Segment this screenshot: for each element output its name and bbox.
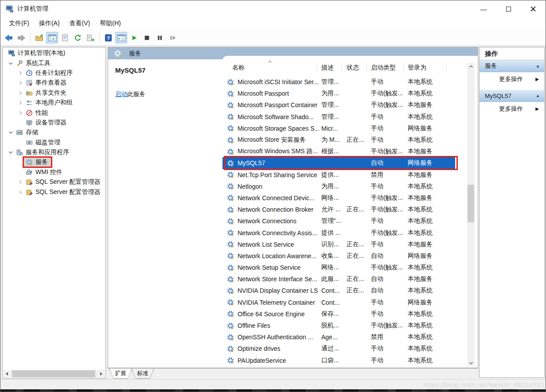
chevron-down-icon[interactable] bbox=[7, 149, 14, 156]
column-header-startup[interactable]: 启动类型 bbox=[371, 64, 396, 72]
service-row-Netlogon[interactable]: Netlogon为用...手动本地系统 bbox=[222, 181, 455, 192]
service-row-OpenSSH-Authentication-[interactable]: OpenSSH Authentication ...Age...禁用本地系统 bbox=[222, 331, 455, 343]
tree-item-共享文件夹[interactable]: 共享文件夹 bbox=[3, 88, 105, 98]
chevron-right-icon[interactable] bbox=[17, 70, 24, 77]
tree-item-事件查看器[interactable]: 事件查看器 bbox=[3, 78, 105, 88]
tree-horizontal-scrollbar[interactable] bbox=[3, 370, 105, 378]
scroll-up-icon[interactable] bbox=[467, 63, 475, 70]
service-description: 管理... bbox=[321, 101, 346, 109]
tree-item-WMI-控件[interactable]: WMI 控件 bbox=[3, 167, 105, 177]
service-row-Network-Store-Interface-Se-[interactable]: Network Store Interface Se...此服...正在...自… bbox=[222, 273, 455, 285]
service-row-PAUpdateService[interactable]: PAUpdateService口袋...手动本地系统 bbox=[222, 355, 455, 366]
tree-scrollbar-thumb[interactable] bbox=[12, 370, 95, 377]
tree-item-存储[interactable]: 存储 bbox=[3, 128, 105, 137]
more-actions-mysql57[interactable]: 更多操作 ▶ bbox=[480, 102, 544, 116]
service-row-Network-Setup-Service[interactable]: Network Setup Service网络...手动(触发...本地系统 bbox=[222, 262, 455, 273]
back-button[interactable] bbox=[3, 32, 15, 43]
start-service-button[interactable] bbox=[128, 32, 140, 43]
menu-action[interactable]: 操作(A) bbox=[34, 18, 65, 29]
close-button[interactable]: ✕ bbox=[521, 0, 546, 17]
chevron-right-icon[interactable] bbox=[17, 179, 24, 186]
tree-item-服务[interactable]: 服务 bbox=[3, 157, 105, 167]
service-row-Microsoft-Storage-Spaces-S-[interactable]: Microsoft Storage Spaces S...Micr...手动网络… bbox=[222, 123, 455, 134]
service-row-Microsoft-Store-安装服务[interactable]: Microsoft Store 安装服务为 M...正在...手动本地系统 bbox=[222, 134, 455, 146]
stop-service-button[interactable] bbox=[141, 32, 153, 43]
tab-extended[interactable]: 扩展 bbox=[109, 369, 132, 379]
service-row-Microsoft-Passport-Container[interactable]: Microsoft Passport Container管理...手动(触发..… bbox=[222, 99, 455, 111]
toggle-console-tree-button[interactable] bbox=[46, 32, 58, 43]
service-row-Network-Connection-Broker[interactable]: Network Connection Broker允许 ...正在...手动(触… bbox=[222, 204, 455, 215]
forward-button[interactable] bbox=[16, 32, 27, 43]
actions-section-mysql57[interactable]: MySQL57 ▲ bbox=[480, 90, 544, 102]
service-description: 脱机... bbox=[321, 322, 346, 330]
tree-item-设备管理器[interactable]: 设备管理器 bbox=[3, 118, 105, 128]
menu-help[interactable]: 帮助(H) bbox=[95, 18, 125, 29]
scroll-right-icon[interactable] bbox=[98, 370, 105, 378]
service-row-Optimize-drives[interactable]: Optimize drives通过...手动本地系统 bbox=[222, 343, 455, 354]
service-row-Offline-Files[interactable]: Offline Files脱机...手动(触发...本地系统 bbox=[222, 320, 455, 331]
tab-standard[interactable]: 标准 bbox=[131, 369, 154, 379]
up-level-button[interactable] bbox=[33, 32, 45, 43]
help-button[interactable]: ? bbox=[102, 32, 114, 43]
service-startup-type: 禁用 bbox=[371, 333, 407, 341]
scroll-left-icon[interactable] bbox=[3, 370, 11, 378]
service-name: Network Setup Service bbox=[238, 264, 319, 271]
chevron-down-icon[interactable] bbox=[7, 60, 14, 67]
export-list-button[interactable] bbox=[85, 32, 97, 43]
chevron-right-icon[interactable] bbox=[17, 99, 24, 106]
chevron-right-icon[interactable] bbox=[17, 79, 24, 86]
column-header-status[interactable]: 状态 bbox=[347, 64, 359, 72]
service-row-NVIDIA-Telemetry-Container[interactable]: NVIDIA Telemetry ContainerCont...手动网络服务 bbox=[222, 297, 455, 308]
tree-item-本地用户和组[interactable]: 本地用户和组 bbox=[3, 98, 105, 108]
services-vertical-scrollbar[interactable] bbox=[467, 63, 475, 366]
service-row-Office-64-Source-Engine[interactable]: Office 64 Source Engine保存...手动本地系统 bbox=[222, 308, 455, 320]
service-gear-icon bbox=[227, 241, 234, 248]
tree-item-计算机管理-本地-[interactable]: 计算机管理(本地) bbox=[3, 48, 105, 58]
service-row-Network-Connections[interactable]: Network Connections管理“...手动本地系统 bbox=[222, 215, 455, 227]
tree-item-性能[interactable]: 性能 bbox=[3, 108, 105, 117]
chevron-right-icon[interactable] bbox=[17, 189, 24, 196]
refresh-button[interactable] bbox=[72, 32, 84, 43]
collapse-icon[interactable]: ▲ bbox=[536, 64, 540, 68]
start-service-link[interactable]: 启动 bbox=[115, 91, 127, 97]
tree-item-SQL-Server-配置管理器[interactable]: SQL Server 配置管理器 bbox=[3, 187, 105, 197]
services-scrollbar-thumb[interactable] bbox=[468, 185, 474, 222]
minimize-button[interactable]: — bbox=[471, 0, 496, 17]
service-logon-as: 本地系统 bbox=[408, 136, 454, 144]
service-row-Network-List-Service[interactable]: Network List Service识别...正在...手动本地服务 bbox=[222, 239, 455, 250]
service-row-Network-Connected-Devic-[interactable]: Network Connected Devic...网络...手动(触发...本… bbox=[222, 192, 455, 204]
pause-service-button[interactable] bbox=[154, 32, 166, 43]
service-row-NVIDIA-Display-Container-LS[interactable]: NVIDIA Display Container LSCont...正在...自… bbox=[222, 285, 455, 296]
tree-item-任务计划程序[interactable]: 任务计划程序 bbox=[3, 68, 105, 78]
column-header-name[interactable]: 名称 bbox=[232, 64, 245, 72]
scroll-down-icon[interactable] bbox=[467, 359, 475, 366]
service-row-Microsoft-Software-Shado-[interactable]: Microsoft Software Shado...管理...手动本地系统 bbox=[222, 111, 455, 123]
service-row-Network-Location-Awarene-[interactable]: Network Location Awarene...收集...正在...自动网… bbox=[222, 250, 455, 262]
properties-button[interactable] bbox=[59, 32, 71, 43]
collapse-icon[interactable]: ▲ bbox=[536, 93, 540, 98]
service-row-Microsoft-iSCSI-Initiator-Ser-[interactable]: Microsoft iSCSI Initiator Ser...管理...手动本… bbox=[222, 76, 455, 88]
column-header-logon[interactable]: 登录为 bbox=[408, 64, 426, 72]
chevron-right-icon[interactable] bbox=[17, 109, 24, 116]
menu-view[interactable]: 查看(V) bbox=[65, 18, 95, 29]
tree-item-系统工具[interactable]: 系统工具 bbox=[3, 58, 105, 68]
resume-service-button[interactable] bbox=[167, 32, 179, 43]
service-row-Network-Connectivity-Assis-[interactable]: Network Connectivity Assis...提供 ...手动(触发… bbox=[222, 227, 455, 238]
maximize-button[interactable] bbox=[496, 0, 521, 17]
menu-file[interactable]: 文件(F) bbox=[4, 18, 34, 29]
toggle-action-pane-button[interactable] bbox=[115, 32, 127, 43]
column-header-desc[interactable]: 描述 bbox=[321, 64, 334, 72]
service-name: Network Store Interface Se... bbox=[238, 276, 319, 283]
tree-item-服务和应用程序[interactable]: 服务和应用程序 bbox=[3, 147, 105, 157]
service-row-Microsoft-Passport[interactable]: Microsoft Passport为用...手动(触发...本地系统 bbox=[222, 88, 455, 99]
actions-section-services[interactable]: 服务 ▲ bbox=[480, 60, 544, 72]
more-actions-services[interactable]: 更多操作 ▶ bbox=[480, 72, 544, 86]
tree-item-SQL-Server-配置管理器[interactable]: SQL Server 配置管理器 bbox=[3, 177, 105, 187]
service-row-MySQL57[interactable]: MySQL57自动网络服务 bbox=[222, 157, 455, 169]
tree-item-磁盘管理[interactable]: 磁盘管理 bbox=[3, 138, 105, 147]
service-row-Microsoft-Windows-SMS-路-[interactable]: Microsoft Windows SMS 路...根据...手动(触发...本… bbox=[222, 146, 455, 157]
chevron-down-icon[interactable] bbox=[7, 129, 14, 136]
chevron-right-icon[interactable] bbox=[17, 89, 24, 97]
console-tree-icon bbox=[48, 34, 57, 42]
service-row-Net-Tcp-Port-Sharing-Service[interactable]: Net.Tcp Port Sharing Service提供...禁用本地服务 bbox=[222, 169, 455, 181]
